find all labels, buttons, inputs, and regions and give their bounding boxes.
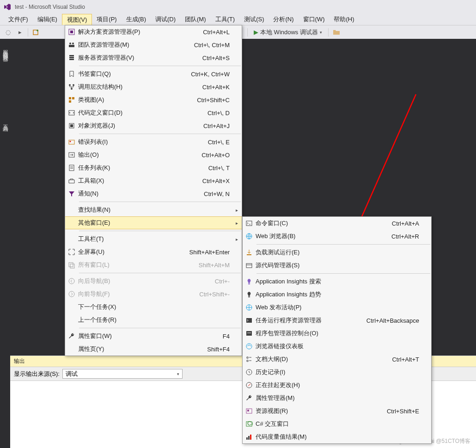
output-source-dropdown[interactable]: 调试 ▾ [62,369,183,379]
menu-item[interactable]: 代码度量值结果(M) [243,430,431,443]
menu-item[interactable]: 历史记录(I) [243,366,431,379]
output-source-value: 调试 [66,370,78,378]
menu-item: 所有窗口(L)Shift+Alt+M [65,258,242,271]
pkg-icon [243,330,256,337]
svg-point-11 [69,84,71,86]
svg-rect-44 [246,437,248,440]
sidebar-tab-toolbox[interactable]: 工具箱 [0,117,10,126]
debug-target-dropdown[interactable]: ▶ 本地 Windows 调试器 ▾ [250,28,325,37]
menu-item[interactable]: 调用层次结构(H)Ctrl+Alt+K [65,80,242,93]
menu-item[interactable]: Application Insights 趋势 [243,288,431,301]
menu-separator [79,134,241,134]
menu-item[interactable]: 属性页(Y)Shift+F4 [65,343,242,356]
menu-item[interactable]: 类视图(A)Ctrl+Shift+C [65,93,242,106]
bulb2-icon [243,291,256,298]
menu-item-shortcut: Ctrl+W, N [204,190,242,197]
menubar-item[interactable]: 编辑(E) [33,14,62,25]
svg-rect-32 [248,283,250,284]
menubar-item[interactable]: 生成(B) [122,14,151,25]
menu-item[interactable]: 正在挂起更改(H) [243,379,431,392]
menu-item-shortcut: Shift+Alt+Enter [189,249,242,256]
menu-item[interactable]: 文档大纲(D)Ctrl+Alt+T [243,353,431,366]
menubar-item[interactable]: 帮助(H) [329,14,359,25]
menu-item[interactable]: 浏览器链接仪表板 [243,340,431,353]
menubar-item[interactable]: 视图(V) [62,14,92,25]
menu-item[interactable]: 输出(O)Ctrl+Alt+O [65,148,242,161]
new-project-icon[interactable] [31,27,41,37]
menu-item-label: 查找结果(N) [78,206,143,214]
other-windows-submenu: 命令窗口(C)Ctrl+Alt+AWeb 浏览器(B)Ctrl+Alt+R负载测… [242,216,432,444]
menu-item[interactable]: Application Insights 搜索 [243,275,431,288]
menubar-item[interactable]: 工具(T) [211,14,240,25]
menu-item-label: 所有窗口(L) [78,261,143,269]
menu-item[interactable]: 服务器资源管理器(V)Ctrl+Alt+S [65,51,242,64]
menu-item-label: 向前导航(F) [78,290,143,298]
menubar-item[interactable]: 分析(N) [269,14,298,25]
menu-item[interactable]: 负载测试运行(E) [243,246,431,259]
menu-item[interactable]: 查找结果(N) [65,203,242,216]
menu-item[interactable]: Web 浏览器(B)Ctrl+Alt+R [243,230,431,243]
menubar-item[interactable]: 团队(M) [180,14,211,25]
svg-point-13 [71,88,73,90]
menu-item-shortcut: Ctrl+Alt+A [392,220,431,227]
menubar-item[interactable]: 文件(F) [4,14,33,25]
svg-rect-15 [72,97,74,99]
toolbox-icon [65,177,78,184]
menu-item[interactable]: 解决方案资源管理器(P)Ctrl+Alt+L [65,25,242,38]
menubar-item[interactable]: 项目(P) [92,14,121,25]
menu-item-label: 属性页(Y) [78,345,143,353]
menu-item-label: 工具栏(T) [78,235,143,243]
menu-item[interactable]: Web 发布活动(P) [243,301,431,314]
menu-item[interactable]: 对象浏览器(J)Ctrl+Alt+J [65,119,242,132]
menu-item[interactable]: 书签窗口(Q)Ctrl+K, Ctrl+W [65,68,242,80]
menu-item-label: 属性窗口(W) [78,332,143,340]
svg-point-6 [72,43,74,44]
menu-item-shortcut: Ctrl+K, Ctrl+W [191,71,242,78]
menu-separator [79,66,241,66]
menu-item[interactable]: 源代码管理器(S) [243,259,431,272]
menu-item-shortcut: Ctrl+Alt+L [203,29,242,36]
menubar-item[interactable]: 窗口(W) [299,14,330,25]
menu-item[interactable]: 上一个任务(R) [65,313,242,326]
nav-back-icon[interactable]: ◌ [3,27,13,37]
menu-item[interactable]: 工具栏(T) [65,233,242,245]
menu-item[interactable]: 工具箱(X)Ctrl+Alt+X [65,174,242,187]
outline-icon [243,356,256,363]
nav-fwd-icon[interactable]: ▸ [15,27,25,37]
svg-rect-10 [69,59,74,60]
folder-icon[interactable] [331,27,342,37]
metrics-icon [243,433,256,441]
svg-rect-4 [70,31,73,33]
menu-item[interactable]: 任务列表(K)Ctrl+\, T [65,161,242,174]
menu-item[interactable]: C#C# 交互窗口 [243,417,431,430]
menu-item[interactable]: 下一个任务(X) [65,301,242,313]
menu-item-label: 调用层次结构(H) [78,83,143,91]
load-icon [243,249,256,256]
menu-item[interactable]: 命令窗口(C)Ctrl+Alt+A [243,217,431,230]
menu-item[interactable]: 全屏幕(U)Shift+Alt+Enter [65,245,242,258]
menu-item[interactable]: 错误列表(I)Ctrl+\, E [65,135,242,148]
menubar-item[interactable]: 调试(D) [151,14,180,25]
menu-separator [79,328,241,328]
menu-item[interactable]: 代码定义窗口(D)Ctrl+\, D [65,106,242,119]
menu-item[interactable]: 其他窗口(E) [65,216,242,229]
sidebar-tab-server-explorer[interactable]: 服务器资源管理器 [0,43,10,55]
menu-item[interactable]: 程序包管理器控制台(O) [243,327,431,340]
menu-item[interactable]: 团队资源管理器(M)Ctrl+\, Ctrl+M [65,38,242,51]
menu-item[interactable]: 属性管理器(M) [243,392,431,405]
menu-item[interactable]: 属性窗口(W)F4 [65,330,242,343]
chevron-down-icon: ▾ [177,372,179,376]
team-icon [65,41,78,49]
scm-icon [243,262,256,269]
class-icon [65,96,78,104]
menu-item-label: 资源视图(R) [256,407,320,415]
menu-item-label: 错误列表(I) [78,138,143,146]
menu-item[interactable]: 任务运行程序资源管理器Ctrl+Alt+Backsapce [243,314,431,327]
menu-separator [79,202,241,202]
menubar-item[interactable]: 测试(S) [239,14,269,25]
svg-rect-36 [246,331,252,336]
navback-icon [65,277,78,285]
menu-item[interactable]: 通知(N)Ctrl+W, N [65,187,242,200]
code-icon [65,109,78,117]
menu-item[interactable]: 资源视图(R)Ctrl+Shift+E [243,405,431,417]
